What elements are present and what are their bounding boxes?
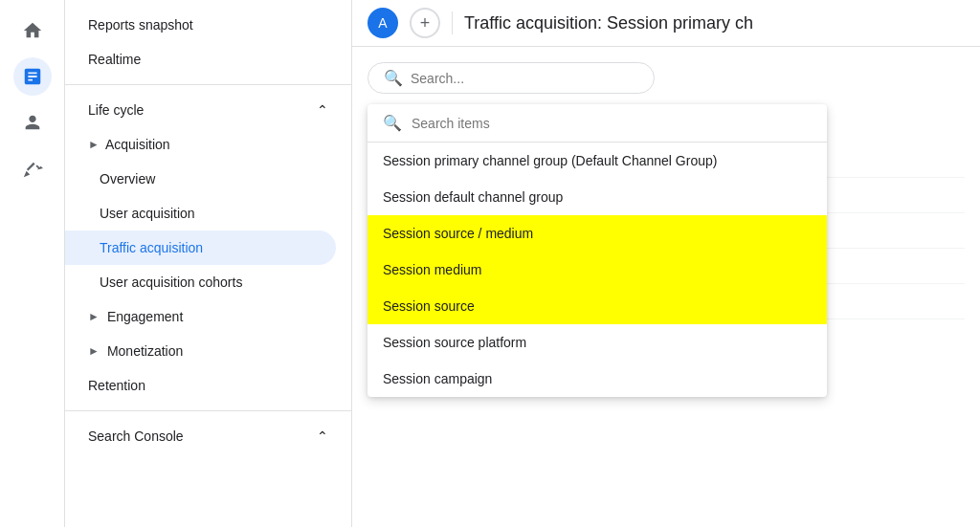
satellite-icon[interactable] [13, 149, 52, 187]
nav-divider-2 [65, 410, 351, 411]
nav-divider-1 [65, 84, 351, 85]
search-input[interactable] [411, 71, 638, 86]
acquisition-section[interactable]: ► Acquisition [65, 127, 351, 162]
dropdown-item-1[interactable]: Session default channel group [368, 179, 827, 215]
dimension-dropdown: 🔍 Session primary channel group (Default… [368, 104, 827, 397]
search-console-section[interactable]: Search Console ⌃ [65, 419, 351, 453]
main-content: A + Traffic acquisition: Session primary… [352, 0, 980, 527]
overview-item[interactable]: Overview [65, 162, 351, 196]
realtime-item[interactable]: Realtime [65, 42, 351, 77]
chevron-up-icon: ⌃ [317, 102, 328, 118]
retention-item[interactable]: Retention [65, 368, 351, 403]
reports-snapshot-item[interactable]: Reports snapshot [65, 8, 351, 42]
add-view-button[interactable]: + [410, 8, 440, 38]
dropdown-search-icon: 🔍 [383, 114, 402, 132]
user-acquisition-cohorts-item[interactable]: User acquisition cohorts [65, 265, 351, 299]
header-bar: A + Traffic acquisition: Session primary… [352, 0, 980, 47]
page-title: Traffic acquisition: Session primary ch [464, 13, 753, 33]
arrow-icon: ► [88, 138, 100, 151]
dropdown-search-input[interactable] [412, 116, 812, 131]
person-icon[interactable] [13, 103, 52, 142]
avatar-button[interactable]: A [368, 8, 398, 38]
monetization-arrow-icon: ► [88, 344, 100, 358]
header-divider [452, 11, 453, 34]
main-search-bar[interactable]: 🔍 [368, 62, 655, 94]
dropdown-item-5[interactable]: Session source platform [368, 324, 827, 361]
user-acquisition-item[interactable]: User acquisition [65, 196, 351, 231]
dropdown-item-2[interactable]: Session source / medium [368, 215, 827, 252]
lifecycle-section[interactable]: Life cycle ⌃ [65, 93, 351, 127]
traffic-acquisition-item[interactable]: Traffic acquisition [65, 231, 336, 265]
monetization-item[interactable]: ► Monetization [65, 334, 351, 368]
dropdown-item-0[interactable]: Session primary channel group (Default C… [368, 143, 827, 179]
engagement-item[interactable]: ► Engagement [65, 299, 351, 334]
search-icon: 🔍 [384, 69, 403, 87]
dropdown-item-6[interactable]: Session campaign [368, 361, 827, 397]
sidebar: Reports snapshot Realtime Life cycle ⌃ ►… [65, 0, 352, 527]
icon-rail [0, 0, 65, 527]
engagement-arrow-icon: ► [88, 310, 100, 323]
content-area: 🔍 1 2 3 4 5 🔍 [352, 47, 980, 527]
dropdown-search-bar[interactable]: 🔍 [368, 104, 827, 143]
dropdown-item-4[interactable]: Session source [368, 288, 827, 324]
chevron-up-icon-2: ⌃ [317, 428, 328, 444]
dropdown-item-3[interactable]: Session medium [368, 252, 827, 288]
home-icon[interactable] [13, 11, 52, 50]
analytics-icon[interactable] [13, 57, 52, 96]
